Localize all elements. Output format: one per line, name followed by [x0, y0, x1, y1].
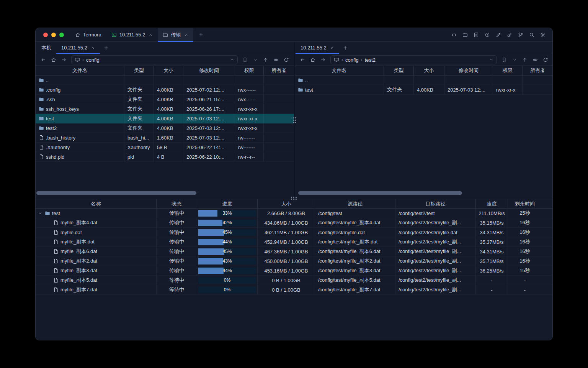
file-row[interactable]: .bash_historybash_hi...1.60KB2025-07-03 … [36, 133, 294, 143]
refresh-button[interactable] [541, 55, 550, 64]
folder-icon [39, 125, 44, 131]
file-row[interactable]: test文件夹4.00KB2025-07-03 12:...rwxr-xr-x [36, 114, 294, 123]
file-row[interactable]: .. [36, 76, 294, 85]
bookmark-dropdown-button[interactable] [251, 55, 260, 64]
column-header[interactable]: 权限 [235, 66, 264, 75]
branch-button[interactable] [515, 30, 526, 40]
horizontal-splitter-handle-icon[interactable] [291, 196, 297, 200]
column-header[interactable]: 权限 [493, 66, 523, 75]
back-button[interactable] [39, 55, 48, 64]
file-row[interactable]: sshd.pidpid4 B2025-06-22 10:...rw-r--r-- [36, 152, 294, 162]
column-header[interactable]: 所有者 [523, 66, 553, 75]
back-button[interactable] [298, 55, 307, 64]
column-header[interactable]: 类型 [384, 66, 414, 75]
column-header[interactable]: 修改时间 [183, 66, 235, 75]
scrollbar-thumb[interactable] [36, 191, 196, 195]
home-button[interactable] [308, 55, 317, 64]
transfer-row[interactable]: myfile_副本5.dat等待中0%0 B / 1.00GB/config/t… [36, 276, 552, 285]
column-header[interactable]: 状态 [157, 199, 197, 208]
column-header[interactable]: 文件名 [36, 66, 124, 75]
breadcrumb-segment[interactable]: test2 [365, 57, 376, 63]
forward-button[interactable] [59, 55, 69, 64]
app-tab-传输[interactable]: 传输 [158, 28, 193, 41]
close-window-button[interactable] [43, 33, 48, 37]
column-header[interactable]: 大小 [154, 66, 183, 75]
new-panel-tab-button[interactable] [339, 42, 351, 54]
transfer-row[interactable]: myfile_副本2.dat传输中43%450.00MB / 1.00GB/co… [36, 256, 552, 266]
column-header[interactable]: 文件名 [295, 66, 384, 75]
file-row[interactable]: test文件夹4.00KB2025-07-03 12:...rwxr-xr-x [295, 85, 553, 95]
tab-close-icon[interactable] [184, 33, 188, 37]
settings-button[interactable] [537, 30, 548, 40]
file-row[interactable]: test2文件夹4.00KB2025-07-03 12:...rwxr-xr-x [36, 123, 294, 133]
app-tab-termora[interactable]: Termora [70, 28, 106, 41]
transfer-row[interactable]: myfile_副本6.dat传输中45%467.36MB / 1.00GB/co… [36, 247, 552, 256]
column-header[interactable]: 剩余时间 [508, 199, 542, 208]
breadcrumb-dropdown[interactable] [489, 57, 493, 63]
column-header[interactable]: 源路径 [315, 199, 395, 208]
record-button[interactable] [482, 30, 492, 40]
new-tab-button[interactable] [193, 28, 209, 41]
search-button[interactable] [526, 30, 537, 40]
parent-directory-button[interactable] [261, 55, 270, 64]
file-row[interactable]: .. [295, 76, 553, 85]
file-row[interactable]: .config文件夹4.00KB2025-07-02 12:...rwx----… [36, 85, 294, 95]
transfer-cell-target: /config/test2/test/myfile_副... [395, 266, 476, 275]
column-header[interactable]: 类型 [124, 66, 154, 75]
transfer-row[interactable]: myfile.dat传输中45%462.11MB / 1.00GB/config… [36, 228, 552, 237]
parent-directory-button[interactable] [520, 55, 529, 64]
transfer-row[interactable]: myfile_副本4.dat传输中42%434.86MB / 1.00GB/co… [36, 218, 552, 228]
tab-close-icon[interactable] [91, 46, 95, 50]
breadcrumb-segment[interactable]: config [345, 57, 359, 63]
breadcrumb-dropdown[interactable] [230, 57, 234, 63]
column-header[interactable]: 修改时间 [444, 66, 493, 75]
folder2-button[interactable] [460, 30, 470, 40]
column-header[interactable]: 进度 [197, 199, 258, 208]
key-button[interactable] [504, 30, 514, 40]
column-header[interactable]: 速度 [476, 199, 508, 208]
scrollbar-thumb[interactable] [298, 191, 462, 195]
traffic-lights [36, 28, 70, 41]
column-header-label: 所有者 [271, 67, 286, 74]
list-button[interactable] [471, 30, 481, 40]
show-hidden-button[interactable] [531, 55, 540, 64]
home-button[interactable] [49, 55, 58, 64]
show-hidden-button[interactable] [271, 55, 281, 64]
path-breadcrumb[interactable]: configtest2 [330, 55, 497, 64]
forward-button[interactable] [318, 55, 328, 64]
column-header[interactable]: 大小 [414, 66, 444, 75]
new-panel-tab-button[interactable] [100, 42, 112, 54]
panel-tab[interactable]: 10.211.55.2 [56, 42, 100, 54]
tab-close-icon[interactable] [149, 33, 153, 37]
code-button[interactable] [449, 30, 459, 40]
minimize-window-button[interactable] [51, 33, 56, 37]
zoom-window-button[interactable] [59, 33, 64, 37]
arrowRight-icon [61, 57, 67, 62]
progress-label: 44% [222, 268, 232, 273]
transfer-row[interactable]: myfile_副本7.dat等待中0%0 B / 1.00GB/config/t… [36, 285, 552, 295]
bookmark-button[interactable] [500, 55, 509, 64]
speed-text: - [491, 287, 492, 293]
panel-tab[interactable]: 10.211.55.2 [296, 42, 339, 54]
expander-icon[interactable] [38, 211, 43, 216]
bookmark-button[interactable] [240, 55, 250, 64]
column-header[interactable]: 所有者 [264, 66, 294, 75]
transfer-row[interactable]: myfile_副本3.dat传输中44%453.16MB / 1.00GB/co… [36, 266, 552, 276]
panel-tab[interactable]: 本机 [36, 42, 56, 54]
file-row[interactable]: .ssh文件夹4.00KB2025-06-21 15:...rwx------ [36, 95, 294, 104]
breadcrumb-segment[interactable]: config [86, 57, 100, 63]
file-row[interactable]: ssh_host_keys文件夹4.00KB2025-06-26 17:...r… [36, 104, 294, 114]
column-header[interactable]: 大小 [258, 199, 315, 208]
transfer-row[interactable]: myfile_副本.dat传输中44%452.94MB / 1.00GB/con… [36, 237, 552, 247]
edit-button[interactable] [493, 30, 503, 40]
column-header[interactable]: 名称 [36, 199, 157, 208]
path-breadcrumb[interactable]: config [71, 55, 238, 64]
tab-close-icon[interactable] [330, 46, 334, 50]
file-cell-text: rwxr-xr-x [238, 125, 258, 131]
refresh-button[interactable] [282, 55, 291, 64]
transfer-row[interactable]: test传输中33%2.66GB / 8.00GB/config/test/co… [36, 209, 552, 218]
app-tab-10.211.55.2[interactable]: 10.211.55.2 [106, 28, 158, 41]
file-row[interactable]: .XauthorityXauthority58 B2025-06-22 14:.… [36, 143, 294, 152]
column-header[interactable]: 目标路径 [395, 199, 476, 208]
bookmark-dropdown-button[interactable] [510, 55, 519, 64]
